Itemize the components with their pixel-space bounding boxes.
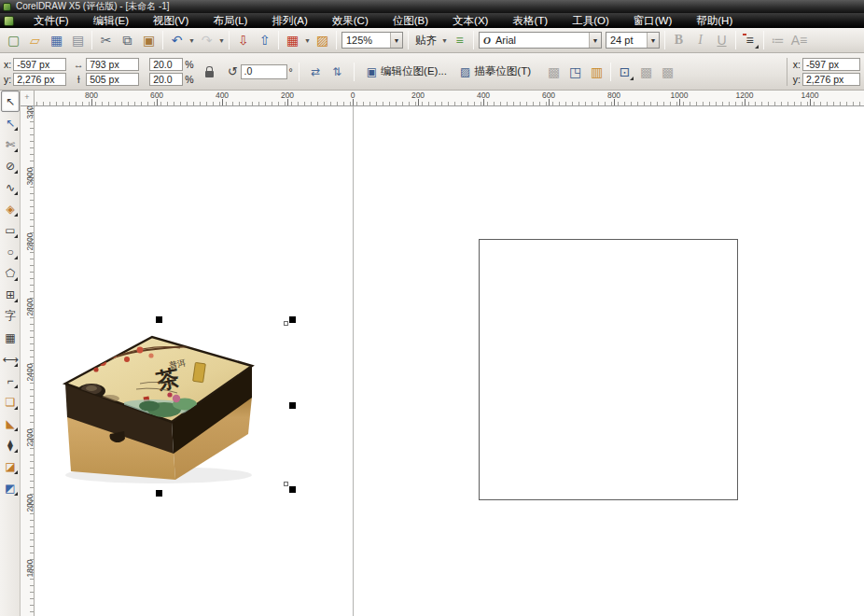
selection-handle[interactable]	[156, 316, 162, 323]
rectangle-object[interactable]	[479, 239, 738, 500]
bitmap-color-mask-button[interactable]: ▥	[586, 62, 607, 82]
eyedropper-tool[interactable]: ◣	[1, 413, 20, 434]
tea-box-bitmap[interactable]: 茶 普洱	[54, 311, 261, 486]
menu-item-tools[interactable]: 工具(O)	[560, 13, 621, 28]
redo-arrow-icon: ↷	[202, 33, 213, 48]
scissors-icon: ✂	[101, 33, 112, 48]
connector-tool[interactable]: ⌐	[1, 370, 20, 391]
snap-to-dropdown[interactable]: ▼	[440, 30, 449, 50]
interactive-fill-tool[interactable]: ◩	[1, 477, 20, 498]
paste-button[interactable]: ▣	[138, 30, 160, 50]
vruler-label: 2600	[25, 299, 35, 316]
selection-handle[interactable]	[156, 490, 162, 497]
hruler-major-tick	[353, 99, 354, 105]
basic-shapes-icon: ⊞	[6, 288, 15, 301]
text-tool[interactable]: 字	[1, 305, 20, 327]
x-position-field[interactable]: -597 px	[13, 58, 66, 71]
import-button[interactable]: ⇩	[232, 30, 254, 50]
chevron-down-icon[interactable]: ▼	[390, 33, 402, 48]
menu-item-table[interactable]: 表格(T)	[500, 13, 560, 28]
copy-button[interactable]: ⧉	[117, 30, 138, 50]
bitmap-color-mask-icon: ▥	[591, 64, 603, 79]
mirror-horizontal-button[interactable]: ⇄	[305, 62, 327, 82]
crop-tool[interactable]: ✄	[1, 133, 20, 155]
property-bar: x: -597 px y: 2,276 px ↔ 793 px Ɨ 505 px…	[0, 53, 864, 91]
undo-dropdown[interactable]: ▼	[188, 30, 196, 50]
resample-bitmap-button[interactable]: ◳	[564, 62, 586, 82]
curve-node[interactable]	[284, 482, 288, 486]
polygon-icon: ⬠	[6, 267, 15, 280]
rectangle-tool[interactable]: ▭	[1, 219, 20, 241]
options-button[interactable]: ≡	[449, 30, 470, 50]
drawing-canvas[interactable]: 茶 普洱	[35, 106, 864, 616]
scale-y-field[interactable]: 20.0	[149, 73, 183, 86]
snap-to-button[interactable]: 贴齐	[411, 30, 440, 50]
print-button[interactable]: ▤	[67, 30, 89, 50]
title-bar[interactable]: CorelDRAW X5 (评估版) - [未命名 -1]	[0, 0, 864, 13]
menu-item-file[interactable]: 文件(F)	[21, 13, 81, 28]
export-button[interactable]: ⇧	[254, 30, 275, 50]
underline-button: U	[711, 30, 732, 50]
application-launcher-dropdown[interactable]: ▼	[303, 30, 312, 50]
chevron-down-icon[interactable]: ▼	[589, 33, 601, 48]
menu-item-layout[interactable]: 布局(L)	[201, 13, 259, 28]
menu-item-help[interactable]: 帮助(H)	[684, 13, 745, 28]
y-position-field[interactable]: 2,276 px	[13, 73, 66, 86]
edit-bitmap-button[interactable]: ▣ 编辑位图(E)...	[360, 61, 453, 83]
drop-cap-icon: A≡	[791, 33, 808, 48]
page-edge-guideline[interactable]	[353, 106, 354, 616]
menu-item-arrange[interactable]: 排列(A)	[259, 13, 319, 28]
font-size-combo[interactable]: 24 pt▼	[606, 32, 660, 49]
font-list-combo[interactable]: OArial▼	[479, 32, 602, 49]
table-tool[interactable]: ▦	[1, 327, 20, 348]
chevron-down-icon[interactable]: ▼	[647, 33, 659, 48]
object-width-field[interactable]: 793 px	[86, 58, 139, 71]
zoom-tool[interactable]: ⊘	[1, 155, 20, 176]
menu-item-view[interactable]: 视图(V)	[141, 13, 201, 28]
hruler-major-tick	[483, 99, 484, 105]
straighten-image-button: ▩	[543, 62, 564, 82]
selection-handle[interactable]	[289, 316, 296, 323]
scale-x-field[interactable]: 20.0	[149, 58, 183, 71]
freehand-tool[interactable]: ∿	[1, 176, 20, 198]
blend-tool[interactable]: ❏	[1, 391, 20, 413]
lock-ratio-button[interactable]	[199, 62, 220, 82]
selection-handle[interactable]	[289, 402, 296, 409]
polygon-tool[interactable]: ⬠	[1, 262, 20, 284]
fill-tool[interactable]: ◪	[1, 455, 20, 477]
ellipse-tool[interactable]: ○	[1, 241, 20, 262]
standard-toolbar: ▢▱▦▤✂⧉▣↶▼↷▼⇩⇧▦▼▨125%▼贴齐▼≡OArial▼24 pt▼BI…	[0, 28, 864, 53]
mirror-vertical-button[interactable]: ⇅	[327, 62, 348, 82]
pick-tool[interactable]: ↖	[1, 91, 20, 112]
save-button[interactable]: ▦	[46, 30, 67, 50]
text-tool-icon: 字	[5, 308, 16, 324]
smart-fill-tool[interactable]: ◈	[1, 198, 20, 219]
shape-tool[interactable]: ↖	[1, 112, 20, 133]
welcome-screen-button[interactable]: ▨	[312, 30, 333, 50]
object-height-field[interactable]: 505 px	[86, 73, 139, 86]
rotation-angle-field[interactable]: .0	[241, 64, 287, 79]
undo-button[interactable]: ↶	[166, 30, 188, 50]
trace-bitmap-button[interactable]: ▨ 描摹位图(T)	[453, 61, 537, 83]
menu-item-text[interactable]: 文本(X)	[440, 13, 500, 28]
menu-item-effects[interactable]: 效果(C)	[320, 13, 381, 28]
application-launcher-button[interactable]: ▦	[282, 30, 303, 50]
ruler-origin-button[interactable]: +	[21, 91, 35, 106]
new-document-icon: ▢	[7, 33, 20, 48]
cut-button[interactable]: ✂	[95, 30, 117, 50]
zoom-level-combo[interactable]: 125%▼	[341, 32, 403, 49]
toolbar-separator	[162, 31, 163, 49]
open-button[interactable]: ▱	[24, 30, 46, 50]
outline-pen-tool[interactable]: ⧫	[1, 434, 20, 455]
selection-handle[interactable]	[289, 486, 296, 493]
basic-shapes-tool[interactable]: ⊞	[1, 284, 20, 305]
bitmap-mode-button[interactable]: ⊡	[614, 62, 635, 82]
menu-item-edit[interactable]: 编辑(E)	[81, 13, 141, 28]
text-alignment-button[interactable]: ≡	[739, 30, 760, 50]
menu-item-bitmaps[interactable]: 位图(B)	[381, 13, 440, 28]
menu-item-window[interactable]: 窗口(W)	[621, 13, 685, 28]
dimension-tool[interactable]: ⟷	[1, 348, 20, 370]
new-document-button[interactable]: ▢	[3, 30, 24, 50]
curve-node[interactable]	[284, 321, 288, 326]
cursor-x-field: -597 px	[802, 58, 860, 71]
